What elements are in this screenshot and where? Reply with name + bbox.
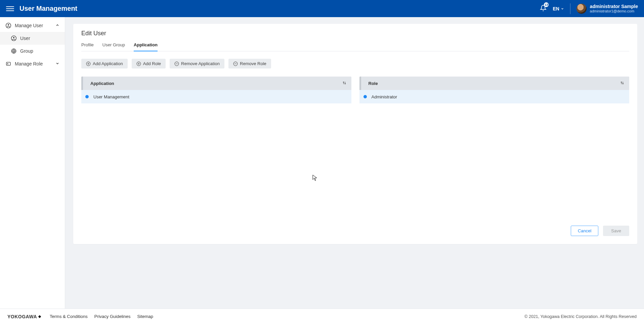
sidebar-group-manage-user[interactable]: Manage User xyxy=(0,19,65,32)
selection-indicator-icon xyxy=(85,95,89,98)
column-header-role: Role xyxy=(369,81,378,86)
role-row-label: Administrator xyxy=(372,94,397,99)
edit-user-card: Edit User Profile User Group Application… xyxy=(73,24,637,244)
sidebar-group-manage-role[interactable]: Manage Role xyxy=(0,57,65,70)
language-selector[interactable]: EN xyxy=(553,6,564,11)
sidebar-item-label: User xyxy=(20,36,30,41)
sidebar-item-user[interactable]: User xyxy=(0,32,65,45)
id-card-icon xyxy=(5,61,11,67)
globe-icon xyxy=(11,48,17,54)
notifications-button[interactable]: 13 xyxy=(540,4,547,13)
language-label: EN xyxy=(553,6,559,11)
tab-user-group[interactable]: User Group xyxy=(102,40,125,51)
application-panel: Application User Management xyxy=(81,77,351,103)
remove-application-button[interactable]: Remove Application xyxy=(170,59,224,68)
plus-circle-icon xyxy=(136,61,141,66)
user-display-name: administrator Sample xyxy=(590,4,638,9)
remove-role-button[interactable]: Remove Role xyxy=(228,59,271,68)
tab-profile[interactable]: Profile xyxy=(81,40,94,51)
application-panel-header: Application xyxy=(81,77,351,90)
add-application-button[interactable]: Add Application xyxy=(81,59,128,68)
diamond-icon xyxy=(38,315,42,319)
sidebar-item-group[interactable]: Group xyxy=(0,45,65,57)
column-header-application: Application xyxy=(90,81,114,86)
footer: YOKOGAWA Terms & Conditions Privacy Guid… xyxy=(0,309,644,324)
sidebar-group-label: Manage Role xyxy=(15,61,43,66)
svg-point-6 xyxy=(7,63,8,64)
role-row[interactable]: Administrator xyxy=(359,90,630,103)
chevron-down-icon xyxy=(561,7,564,10)
user-circle-icon xyxy=(11,35,17,41)
hamburger-icon xyxy=(6,6,14,7)
minus-circle-icon xyxy=(233,61,238,66)
chevron-down-icon xyxy=(55,61,59,66)
tabs: Profile User Group Application xyxy=(81,40,629,51)
sidebar-group-label: Manage User xyxy=(15,23,43,28)
tab-application[interactable]: Application xyxy=(134,40,158,51)
svg-point-3 xyxy=(13,37,14,38)
sidebar: Manage User User Group Manage Role xyxy=(0,17,65,309)
application-row-label: User Management xyxy=(93,94,129,99)
svg-rect-17 xyxy=(38,315,41,318)
chevron-up-icon xyxy=(55,23,59,28)
user-menu[interactable]: administrator Sample administrator1@demo… xyxy=(576,4,638,14)
role-panel: Role Administrator xyxy=(359,77,630,103)
sidebar-item-label: Group xyxy=(20,48,33,54)
save-button[interactable]: Save xyxy=(603,226,629,236)
selection-indicator-icon xyxy=(363,95,367,98)
app-header: User Management 13 EN administrator Samp… xyxy=(0,0,644,17)
user-circle-icon xyxy=(5,22,11,29)
role-panel-header: Role xyxy=(359,77,630,90)
notification-count-badge: 13 xyxy=(544,2,549,7)
panels: Application User Management Role xyxy=(81,77,629,103)
avatar xyxy=(576,4,587,14)
plus-circle-icon xyxy=(86,61,91,66)
footer-brand: YOKOGAWA xyxy=(7,314,42,319)
application-row[interactable]: User Management xyxy=(81,90,351,103)
toolbar: Add Application Add Role Remove Applicat… xyxy=(81,59,629,68)
footer-links: Terms & Conditions Privacy Guidelines Si… xyxy=(50,314,153,319)
card-actions: Cancel Save xyxy=(81,219,629,236)
footer-copyright: © 2021, Yokogawa Electric Corporation. A… xyxy=(524,314,637,319)
svg-rect-5 xyxy=(6,62,10,65)
header-right: 13 EN administrator Sample administrator… xyxy=(540,3,638,14)
svg-point-1 xyxy=(8,24,9,26)
footer-link-privacy[interactable]: Privacy Guidelines xyxy=(94,314,131,319)
footer-link-sitemap[interactable]: Sitemap xyxy=(137,314,153,319)
app-title: User Management xyxy=(19,5,540,12)
page-title: Edit User xyxy=(81,30,629,37)
minus-circle-icon xyxy=(174,61,179,66)
cancel-button[interactable]: Cancel xyxy=(571,226,598,236)
sort-icon[interactable] xyxy=(620,81,625,86)
add-role-button[interactable]: Add Role xyxy=(132,59,166,68)
sort-icon[interactable] xyxy=(342,81,347,86)
main-content: Edit User Profile User Group Application… xyxy=(65,17,644,309)
footer-link-terms[interactable]: Terms & Conditions xyxy=(50,314,88,319)
menu-toggle-button[interactable] xyxy=(6,5,14,13)
user-email: administrator1@demo.com xyxy=(590,9,638,13)
divider xyxy=(570,3,570,14)
